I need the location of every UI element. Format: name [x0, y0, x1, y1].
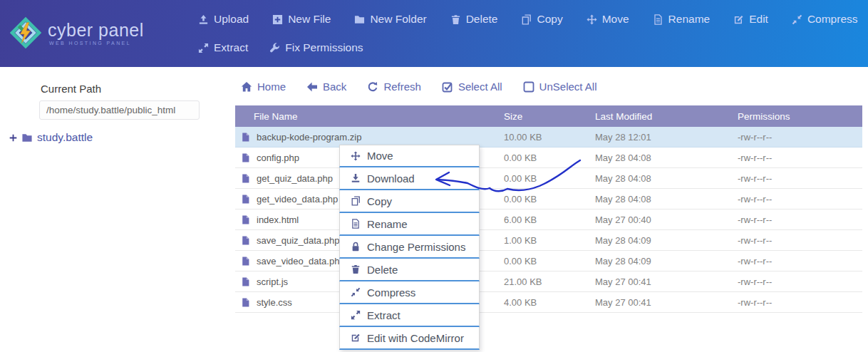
actionbar-item-label: UnSelect All [539, 81, 597, 93]
move-icon [351, 151, 361, 161]
toolbar-item-extract[interactable]: Extract [198, 41, 248, 54]
actionbar-item-refresh[interactable]: Refresh [367, 81, 421, 93]
context-menu-item-label: Change Permissions [367, 241, 465, 253]
modified-cell: May 28 04:09 [595, 256, 738, 266]
cyberpanel-logo-icon [10, 16, 41, 49]
modified-cell: May 28 12:01 [595, 132, 738, 143]
table-row-backup-kode-program-zip[interactable]: backup-kode-program.zip10.00 KBMay 28 12… [235, 127, 862, 147]
context-menu-item-rename[interactable]: Rename [339, 213, 480, 236]
permissions-cell: -rw-r--r-- [738, 132, 862, 143]
toolbar-item-move[interactable]: Move [587, 13, 629, 26]
toolbar-item-copy[interactable]: Copy [521, 13, 562, 26]
permissions-cell: -rw-r--r-- [738, 235, 862, 246]
toolbar-item-new-file[interactable]: New File [272, 13, 331, 26]
extract-icon [351, 310, 361, 320]
file-table: File NameSizeLast ModifiedPermissions ba… [235, 105, 862, 313]
table-row-get-video-data-php[interactable]: get_video_data.php0.00 KBMay 28 04:08-rw… [235, 189, 862, 209]
toolbar-item-delete[interactable]: Delete [450, 13, 498, 26]
table-row-index-html[interactable]: index.html6.00 KBMay 27 00:40-rw-r--r-- [235, 209, 862, 230]
file-name: get_quiz_data.php [257, 173, 333, 184]
context-menu-item-label: Extract [367, 309, 401, 321]
size-cell: 0.00 KB [504, 194, 595, 205]
modified-cell: May 28 04:08 [595, 152, 738, 163]
context-menu-item-label: Delete [367, 264, 398, 276]
checkbox-checked-icon [442, 81, 453, 93]
permissions-cell: -rw-r--r-- [738, 194, 862, 205]
actionbar-item-select-all[interactable]: Select All [442, 81, 502, 93]
table-row-config-php[interactable]: config.php0.00 KBMay 28 04:08-rw-r--r-- [235, 147, 862, 168]
file-icon [242, 152, 251, 163]
toolbar-row-2: ExtractFix Permissions [198, 41, 363, 54]
toolbar-item-new-folder[interactable]: New Folder [354, 13, 426, 26]
table-row-script-js[interactable]: script.js21.00 KBMay 27 00:41-rw-r--r-- [235, 271, 862, 292]
wrench-icon [269, 43, 280, 53]
table-row-style-css[interactable]: style.css4.00 KBMay 27 00:41-rw-r--r-- [235, 292, 862, 313]
size-cell: 0.00 KB [504, 173, 595, 184]
context-menu-item-label: Rename [367, 218, 408, 230]
toolbar-item-compress[interactable]: Compress [792, 13, 858, 26]
context-menu-item-extract[interactable]: Extract [339, 304, 480, 327]
file-actionbar: HomeBackRefreshSelect AllUnSelect All [241, 81, 596, 93]
toolbar-row-1: UploadNew FileNew FolderDeleteCopyMoveRe… [198, 13, 858, 26]
context-menu-item-move[interactable]: Move [339, 145, 480, 167]
table-row-save-quiz-data-php[interactable]: save_quiz_data.php1.00 KBMay 28 04:09-rw… [235, 230, 862, 251]
file-text-icon [351, 219, 361, 229]
actionbar-item-home[interactable]: Home [241, 81, 286, 93]
size-cell: 21.00 KB [504, 276, 595, 287]
brand-tagline: WEB HOSTING PANEL [49, 41, 144, 46]
permissions-cell: -rw-r--r-- [738, 276, 862, 287]
table-header-row: File NameSizeLast ModifiedPermissions [235, 105, 862, 127]
actionbar-item-unselect-all[interactable]: UnSelect All [523, 81, 597, 93]
context-menu-item-change-permissions[interactable]: Change Permissions [339, 236, 480, 259]
current-path-label: Current Path [41, 83, 101, 95]
toolbar-item-label: Upload [214, 13, 249, 26]
move-icon [587, 14, 597, 25]
context-menu-item-delete[interactable]: Delete [339, 259, 480, 281]
table-row-get-quiz-data-php[interactable]: get_quiz_data.php0.00 KBMay 28 04:08-rw-… [235, 168, 862, 189]
modified-cell: May 27 00:41 [595, 276, 738, 287]
permissions-cell: -rw-r--r-- [738, 173, 862, 184]
context-menu-item-compress[interactable]: Compress [339, 281, 480, 304]
size-cell: 4.00 KB [504, 297, 595, 308]
toolbar-item-label: Delete [466, 13, 498, 26]
current-path-input[interactable] [39, 100, 200, 120]
actionbar-item-label: Refresh [383, 81, 421, 93]
file-name: config.php [257, 152, 299, 163]
size-cell: 1.00 KB [504, 235, 595, 246]
compress-icon [351, 287, 361, 297]
file-name: style.css [257, 297, 292, 308]
file-icon [242, 214, 251, 225]
context-menu-item-copy[interactable]: Copy [339, 190, 480, 213]
size-cell: 0.00 KB [504, 152, 595, 163]
folder-icon [21, 133, 33, 143]
trash-icon [351, 264, 361, 274]
trash-icon [450, 14, 461, 25]
actionbar-item-back[interactable]: Back [306, 81, 346, 93]
toolbar-item-label: Copy [537, 13, 562, 26]
copy-icon [521, 14, 532, 25]
toolbar-item-label: Fix Permissions [285, 41, 363, 54]
toolbar-item-fix-permissions[interactable]: Fix Permissions [269, 41, 363, 54]
toolbar-item-rename[interactable]: Rename [653, 13, 711, 26]
cyberpanel-logo[interactable]: cyber panel WEB HOSTING PANEL [10, 16, 144, 49]
lock-icon [351, 242, 361, 252]
size-cell: 6.00 KB [504, 214, 595, 225]
upload-icon [198, 14, 209, 25]
toolbar-item-upload[interactable]: Upload [198, 13, 249, 26]
checkbox-empty-icon [523, 81, 534, 93]
toolbar-item-edit[interactable]: Edit [733, 13, 768, 26]
table-row-save-video-data-php[interactable]: save_video_data.php0.00 KBMay 28 04:09-r… [235, 251, 862, 271]
sidebar-tree-item-study-battle[interactable]: study.battle [9, 131, 93, 144]
download-icon [351, 173, 361, 183]
file-name: backup-kode-program.zip [257, 132, 361, 143]
refresh-icon [367, 81, 378, 93]
context-menu-item-download[interactable]: Download [339, 167, 480, 190]
file-icon [242, 173, 251, 184]
file-icon [242, 256, 251, 266]
file-name: save_video_data.php [257, 256, 345, 266]
toolbar-item-label: Extract [214, 41, 248, 54]
size-cell: 10.00 KB [504, 132, 595, 143]
expand-plus-icon[interactable] [9, 134, 17, 142]
context-menu-item-edit-with-codemirror[interactable]: Edit with CodeMirror [339, 327, 480, 350]
toolbar-item-label: Compress [807, 13, 858, 26]
